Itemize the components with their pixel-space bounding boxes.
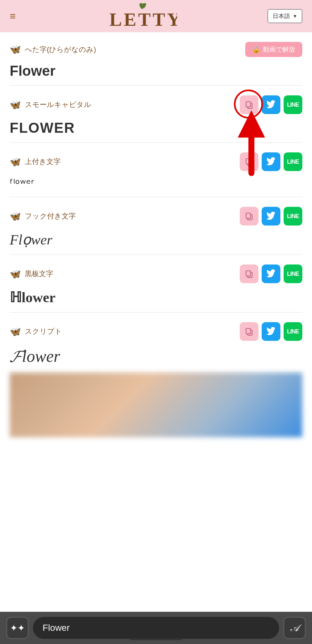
lock-icon: 🔒	[252, 46, 260, 53]
home-indicator	[0, 638, 312, 640]
section-header-blackboard: 🦋 黒板文字 LINE	[10, 264, 302, 283]
butterfly-icon-blackboard: 🦋	[10, 269, 21, 279]
svg-rect-4	[246, 102, 251, 107]
logo-svg: LETTY	[106, 3, 177, 29]
section-title-script: スクリプト	[25, 327, 62, 336]
copy-button-script[interactable]	[240, 322, 258, 341]
title-row-small-caps: 🦋 スモールキャピタル	[10, 100, 91, 110]
twitter-icon-script	[267, 327, 276, 336]
title-row-hook: 🦋 フック付き文字	[10, 211, 76, 222]
section-superscript: 🦋 上付き文字 LINE ᶠ	[10, 143, 302, 197]
title-row-blackboard: 🦋 黒板文字	[10, 269, 53, 279]
section-header-small-caps: 🦋 スモールキャピタル	[10, 95, 302, 114]
section-title-heta: へた字(ひらがなのみ)	[25, 45, 96, 54]
section-title-small-caps: スモールキャピタル	[25, 100, 91, 110]
butterfly-icon-hook: 🦋	[10, 211, 21, 222]
dropdown-arrow-icon: ▼	[293, 14, 297, 19]
svg-rect-15	[246, 329, 251, 334]
unlock-label: 動画で解放	[263, 45, 295, 54]
actions-small-caps: LINE	[240, 95, 302, 114]
section-title-superscript: 上付き文字	[25, 157, 61, 167]
font-display-superscript: ᶠˡᵒʷᵉʳ	[10, 177, 302, 190]
twitter-button-script[interactable]	[262, 322, 280, 341]
twitter-button-superscript[interactable]	[262, 152, 280, 171]
butterfly-icon-small-caps: 🦋	[10, 100, 21, 110]
line-icon-blackboard: LINE	[287, 271, 299, 277]
twitter-icon-hook	[267, 212, 276, 221]
font-display-heta: Flower	[10, 63, 302, 79]
sparkle-icon: ✦✦	[10, 623, 25, 633]
blurred-preview-area	[10, 373, 302, 437]
language-selector[interactable]: 日本語 ▼	[267, 9, 302, 23]
section-script: 🦋 スクリプト LINE �	[10, 312, 302, 373]
twitter-icon-blackboard	[267, 269, 276, 278]
font-style-button[interactable]: 𝒜	[284, 617, 306, 639]
header: ≡ LETTY 日本語 ▼	[0, 0, 312, 32]
hamburger-menu-icon[interactable]: ≡	[10, 11, 16, 21]
butterfly-icon-script: 🦋	[10, 326, 21, 337]
font-display-hook: Flọwer	[10, 231, 302, 248]
font-style-icon: 𝒜	[290, 622, 299, 634]
line-icon-script: LINE	[287, 328, 299, 335]
twitter-icon	[267, 100, 276, 109]
copy-icon-hook	[245, 212, 254, 221]
twitter-button-hook[interactable]	[262, 207, 280, 226]
actions-script: LINE	[240, 322, 302, 341]
text-input[interactable]	[33, 617, 279, 639]
copy-icon-script	[245, 327, 254, 336]
line-icon-hook: LINE	[287, 213, 299, 220]
svg-rect-9	[246, 159, 251, 164]
unlock-button-heta[interactable]: 🔒 動画で解放	[245, 42, 302, 57]
svg-rect-11	[246, 213, 251, 218]
section-header-hook: 🦋 フック付き文字 LINE	[10, 207, 302, 226]
line-icon-superscript: LINE	[287, 159, 299, 165]
twitter-button-small-caps[interactable]	[262, 95, 280, 114]
section-small-caps: 🦋 スモールキャピタル	[10, 86, 302, 143]
home-bar	[130, 638, 182, 640]
line-button-blackboard[interactable]: LINE	[284, 264, 302, 283]
line-button-small-caps[interactable]: LINE	[284, 95, 302, 114]
butterfly-icon-heta: 🦋	[10, 44, 21, 55]
copy-button-blackboard[interactable]	[240, 264, 258, 283]
section-header-superscript: 🦋 上付き文字 LINE	[10, 152, 302, 171]
line-button-hook[interactable]: LINE	[284, 207, 302, 226]
copy-icon	[245, 100, 254, 109]
font-display-script: 𝓕lower	[10, 347, 302, 366]
actions-hook: LINE	[240, 207, 302, 226]
copy-button-superscript[interactable]	[240, 152, 258, 171]
language-label: 日本語	[273, 12, 290, 20]
section-title-hook: フック付き文字	[25, 211, 76, 221]
copy-icon-superscript	[245, 157, 254, 166]
title-row-heta: 🦋 へた字(ひらがなのみ)	[10, 44, 96, 55]
section-hook: 🦋 フック付き文字 LINE	[10, 197, 302, 255]
copy-button-hook[interactable]	[240, 207, 258, 226]
twitter-icon-superscript	[267, 157, 276, 166]
actions-blackboard: LINE	[240, 264, 302, 283]
line-button-script[interactable]: LINE	[284, 322, 302, 341]
title-row-script: 🦋 スクリプト	[10, 326, 62, 337]
line-icon: LINE	[287, 101, 299, 108]
annotation-wrapper	[240, 95, 258, 114]
section-heta: 🦋 へた字(ひらがなのみ) 🔒 動画で解放 Flower	[10, 32, 302, 86]
main-content: 🦋 へた字(ひらがなのみ) 🔒 動画で解放 Flower 🦋 スモールキャピタル	[0, 32, 312, 437]
font-display-small-caps: FLOWER	[10, 120, 302, 136]
logo: LETTY	[106, 3, 177, 29]
title-row-superscript: 🦋 上付き文字	[10, 157, 61, 167]
svg-text:LETTY: LETTY	[109, 9, 177, 29]
butterfly-icon-superscript: 🦋	[10, 157, 21, 167]
section-header-heta: 🦋 へた字(ひらがなのみ) 🔒 動画で解放	[10, 42, 302, 57]
section-blackboard: 🦋 黒板文字 LINE ℍl	[10, 255, 302, 312]
svg-rect-13	[246, 271, 251, 276]
copy-icon-blackboard	[245, 269, 254, 278]
font-display-blackboard: ℍlower	[10, 289, 302, 306]
line-button-superscript[interactable]: LINE	[284, 152, 302, 171]
twitter-button-blackboard[interactable]	[262, 264, 280, 283]
section-title-blackboard: 黒板文字	[25, 269, 53, 279]
section-header-script: 🦋 スクリプト LINE	[10, 322, 302, 341]
copy-button-small-caps[interactable]	[240, 95, 258, 114]
sparkle-button[interactable]: ✦✦	[6, 617, 28, 639]
actions-superscript: LINE	[240, 152, 302, 171]
